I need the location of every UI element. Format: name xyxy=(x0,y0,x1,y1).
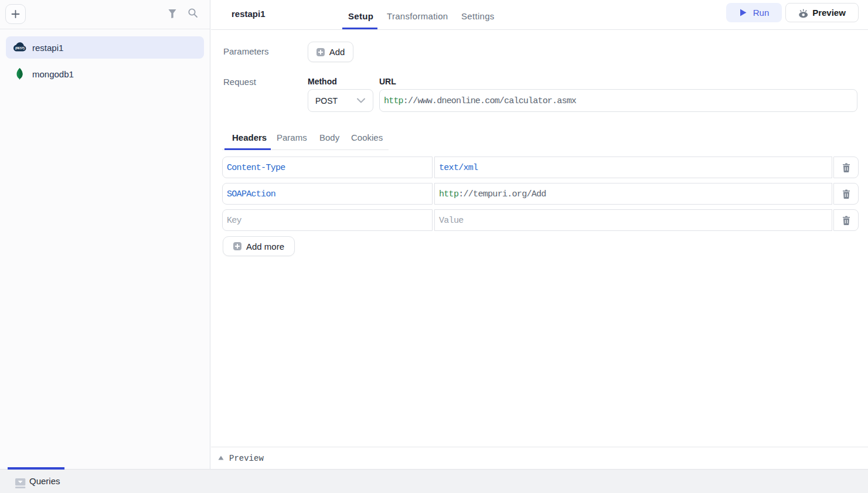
svg-text:{REST}: {REST} xyxy=(15,46,25,50)
